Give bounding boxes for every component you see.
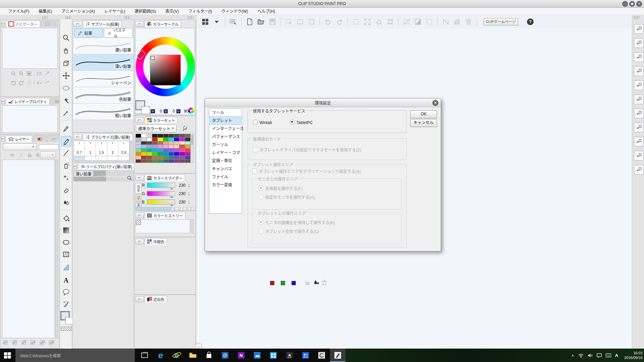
material-palette-icon-4[interactable] [634,80,644,90]
tab-brush-size[interactable]: ブラシサイズ[薄い鉛筆] [83,133,133,140]
pref-category-8[interactable]: ファイル [209,173,242,181]
undo-icon[interactable] [323,17,333,27]
subtool-item-3[interactable]: 色鉛筆 [73,87,133,104]
color-swatch[interactable] [179,141,184,145]
color-swatch[interactable] [152,148,157,152]
palette-dock-icon[interactable] [40,340,45,346]
volume-icon[interactable] [588,353,593,358]
color-history-list[interactable] [135,219,190,233]
fill-tool[interactable] [61,213,71,223]
color-swatch[interactable] [141,148,146,152]
color-swatch[interactable] [185,148,190,152]
pref-category-4[interactable]: カーソル [209,141,242,149]
blend-mode-select[interactable]: ▼ [3,143,37,150]
decoration-tool[interactable] [61,173,71,183]
color-swatch[interactable] [141,138,146,141]
dock-grip[interactable] [125,16,130,19]
layer-list[interactable] [2,160,55,338]
color-swatch[interactable] [179,138,184,141]
material-palette-icon-9[interactable] [634,151,644,161]
tab-color-history[interactable]: カラーヒストリー [145,212,185,219]
taskbar-icon-task-view[interactable] [137,349,152,362]
taskbar-icon-clip-studio-paint[interactable] [330,349,345,362]
color-swatch[interactable] [179,152,184,156]
opacity-icon[interactable] [9,152,15,158]
color-swatch[interactable] [158,138,163,141]
sv-cursor[interactable] [151,56,154,60]
zoom-tool[interactable] [61,33,71,43]
color-swatch[interactable] [179,145,184,148]
color-swatch[interactable] [179,160,184,163]
brush-size-cell[interactable] [96,156,107,160]
color-history-scrollbar[interactable] [191,219,194,233]
add-color-icon[interactable] [313,280,319,286]
tab-middle-color[interactable]: 中間色 [145,238,167,245]
clip-homepage-button[interactable]: CLIPホームページ [483,18,518,25]
tab-navigator[interactable]: ナビゲーター [6,20,40,27]
color-swatch[interactable] [141,160,146,163]
panel-menu-icon[interactable]: ▸≡ [135,117,144,123]
detail-settings-icon[interactable] [127,175,132,181]
palette-dock-icon[interactable] [2,340,8,346]
menu-item-5[interactable]: 表示(V) [161,8,183,15]
slider-spinner[interactable]: ▲▼ [187,191,191,197]
taskbar-icon-internet-explorer[interactable]: e [169,349,184,362]
material-palette-icon-7[interactable] [634,123,644,132]
taskbar-icon-store-bag[interactable] [201,349,217,362]
pref-category-9[interactable]: カラー変換 [209,181,242,189]
taskbar-icon-onenote[interactable]: N [233,349,249,362]
radio-whole-tablet[interactable]: タブレット全体で操作する(C) [259,228,319,234]
color-swatch[interactable] [136,156,141,159]
zoom-in-icon[interactable] [18,71,24,77]
figure-tool[interactable] [61,237,71,247]
tab-layer-comp[interactable] [33,135,46,142]
color-swatch[interactable] [163,138,168,141]
sv-square[interactable] [150,55,181,85]
palette-dock-icon[interactable] [21,340,26,346]
flip-horizontal-icon[interactable] [36,71,42,77]
checkbox-mouse-mode[interactable]: タブレットドライバの設定でマウスモードを使用する(Z) [253,147,361,153]
tab-color-wheel[interactable]: カラーサークル [145,20,181,27]
tab-color-set[interactable]: カラーセット [145,117,178,123]
palette-dock-icon[interactable] [11,340,17,346]
rotate-left-icon[interactable] [11,80,16,86]
dock-grip[interactable] [66,16,71,19]
pref-category-6[interactable]: 定規・単位 [209,157,242,165]
color-swatch[interactable] [141,134,146,137]
radio-fullscreen[interactable]: 全画面を操作する(F) [259,185,303,191]
color-swatch[interactable] [174,134,179,137]
color-swatch[interactable] [163,145,168,148]
selection-remove-icon[interactable] [307,17,317,27]
palette-dock-icon[interactable] [30,340,36,346]
color-swatch[interactable] [169,138,174,141]
pen-tool[interactable] [61,123,71,133]
help-icon[interactable]: ? [527,18,534,25]
edit-color-set-icon[interactable] [181,125,187,131]
color-set-scrollbar[interactable] [191,134,194,163]
color-swatch[interactable] [152,141,157,145]
color-swatch[interactable] [147,152,152,156]
tray-expand-icon[interactable]: ∧ [571,353,574,358]
color-swatch[interactable] [147,160,152,163]
dialog-title-bar[interactable]: 環境設定 ✕ [205,99,441,107]
taskbar-icon-clip-studio[interactable] [314,349,329,362]
color-swatch[interactable] [169,145,174,148]
wheel-mode-button[interactable] [188,108,194,114]
material-palette-icon-8[interactable] [634,137,644,146]
menu-item-3[interactable]: レイヤー(L) [100,8,130,15]
minimize-button[interactable]: — [622,1,628,7]
brush-size-scrollbar[interactable] [130,141,133,161]
menu-item-2[interactable]: アニメーション(A) [57,8,100,15]
ok-button[interactable]: OK [410,110,437,118]
green-swatch[interactable] [281,281,285,285]
color-swatch[interactable] [152,134,157,137]
color-swatch[interactable] [163,141,168,145]
text-tool[interactable]: A [61,275,71,285]
radio-specified-monitor[interactable]: 指定のモニタを操作する(A) [259,194,315,200]
radio-keep-aspect[interactable]: モニタの縦横比を保持して操作する(K) [259,220,335,226]
selection-border-icon[interactable] [424,17,434,27]
color-swatch[interactable] [147,145,152,148]
layer-opacity-field[interactable] [39,144,58,150]
brush-size-cell[interactable] [118,156,129,160]
dialog-close-icon[interactable]: ✕ [432,100,438,106]
